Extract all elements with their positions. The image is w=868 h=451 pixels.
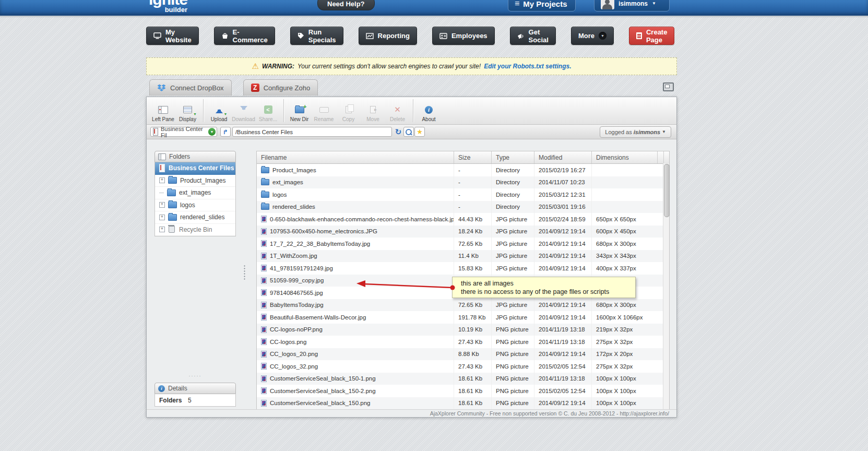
nav-more[interactable]: More ▼ [571, 27, 614, 45]
table-row[interactable]: BabyItemsToday.jpg 72.65 Kb JPG picture … [257, 299, 669, 312]
configure-zoho-tab[interactable]: Z Configure Zoho [243, 79, 318, 96]
nav-reporting[interactable]: Reporting [359, 27, 417, 45]
scrollbar-thumb[interactable] [664, 164, 670, 217]
table-row[interactable]: ext_images - Directory 2014/11/07 10:23 [257, 176, 669, 189]
table-row[interactable]: CustomerServiceSeal_black_150-2.png 18.6… [257, 385, 669, 397]
tree-item-recycle-bin[interactable]: + Recycle Bin [155, 224, 235, 236]
table-row[interactable]: CustomerServiceSeal_black_150-1.png 18.6… [257, 373, 669, 385]
file-type: JPG picture [492, 299, 534, 312]
folder-icon [168, 201, 177, 208]
vertical-scrollbar[interactable] [663, 163, 669, 409]
copy-button[interactable]: Copy [336, 97, 361, 124]
workspace-selector[interactable]: Business Center Fil ▼ [150, 127, 217, 137]
table-row[interactable]: CC_logos_32.png 27.43 Kb PNG picture 201… [257, 360, 669, 373]
folder-icon [261, 204, 269, 210]
file-size: 18.61 Kb [454, 385, 492, 397]
expand-icon[interactable]: + [159, 215, 165, 220]
file-toolbar: Left Pane ▼ Display ▼ Upload Download < … [147, 97, 676, 125]
main-nav: My Website E-Commerce Run Specials Repor… [146, 27, 677, 45]
table-row[interactable]: 0-650-blackhawk-enhanced-commando-recon-… [257, 213, 669, 225]
file-type: PNG picture [492, 324, 534, 336]
display-button[interactable]: ▼ Display [175, 97, 200, 124]
robots-settings-link[interactable]: Edit your Robots.txt settings. [484, 63, 571, 70]
table-row[interactable]: rendered_slides - Directory 2015/03/01 1… [257, 201, 669, 213]
tree-item-ext-images[interactable]: ext_images [155, 187, 235, 199]
table-row[interactable]: Product_Images - Directory 2015/02/19 16… [257, 164, 669, 176]
refresh-icon[interactable]: ↻ [393, 127, 403, 137]
tree-item-product-images[interactable]: + Product_Images [155, 175, 235, 187]
file-name: 0-650-blackhawk-enhanced-commando-recon-… [270, 216, 454, 222]
path-input[interactable] [232, 127, 392, 137]
sidebar-splitter[interactable] [244, 265, 245, 280]
table-row[interactable]: CustomerServiceSeal_black_150.png 18.61 … [257, 397, 669, 410]
column-modified[interactable]: Modified [534, 151, 592, 163]
annotation-tooltip: this are all images there is no access t… [452, 277, 636, 298]
left-pane-button[interactable]: Left Pane [151, 97, 175, 124]
tree-item-rendered-slides[interactable]: + rendered_slides [155, 211, 235, 224]
table-row[interactable]: Beautiful-Basement-Walls-Decor.jpg 191.7… [257, 311, 669, 324]
chevron-down-icon: ▼ [208, 128, 216, 136]
file-type: JPG picture [492, 311, 534, 324]
logged-as-button[interactable]: Logged as isimmons ▼ [600, 126, 671, 138]
create-page-label: Create Page [646, 28, 667, 44]
file-name: 41_9781591791249.jpg [270, 265, 333, 271]
tree-item-logos[interactable]: + logos [155, 199, 235, 212]
parent-dir-button[interactable]: ↱ [220, 127, 231, 137]
delete-button[interactable]: ✕ Delete [385, 97, 410, 124]
details-panel: i Details Folders 5 [154, 383, 236, 407]
file-size: 11.4 Kb [454, 250, 492, 263]
expand-icon[interactable]: + [159, 177, 165, 183]
column-dimensions[interactable]: Dimensions [592, 151, 658, 163]
fullscreen-icon[interactable] [663, 82, 674, 91]
table-row[interactable]: logos - Directory 2015/03/12 12:31 [257, 188, 669, 201]
folders-title: Folders [169, 153, 190, 160]
table-row[interactable]: CC-logos.png 27.43 Kb PNG picture 2014/1… [257, 336, 669, 348]
panel-icon [158, 153, 166, 160]
about-button[interactable]: i About [417, 97, 441, 124]
bookmark-star-icon[interactable]: ★ [414, 127, 425, 137]
expand-icon[interactable]: + [159, 202, 165, 208]
file-name: CustomerServiceSeal_black_150-1.png [270, 375, 376, 382]
workspace-selected-label: Business Center Fil [161, 126, 208, 138]
download-icon [240, 105, 247, 114]
table-row[interactable]: 1T_WithZoom.jpg 11.4 Kb JPG picture 2014… [257, 250, 669, 263]
folders-panel-header[interactable]: Folders [154, 151, 236, 162]
file-modified: 2014/09/12 19:14 [534, 250, 592, 263]
file-name: CustomerServiceSeal_black_150.png [270, 400, 370, 406]
search-icon[interactable] [403, 127, 414, 137]
details-panel-header[interactable]: i Details [154, 383, 236, 394]
column-filename[interactable]: Filename [257, 151, 454, 163]
connect-dropbox-tab[interactable]: Connect DropBox [149, 79, 232, 96]
share-button[interactable]: < Share... [256, 97, 280, 124]
table-row[interactable]: 107953-600x450-home_electronics.JPG 18.2… [257, 225, 669, 238]
nav-my-website[interactable]: My Website [146, 27, 199, 45]
table-row[interactable]: 17_7_22_22_38_BabyItemsToday.jpg 72.65 K… [257, 238, 669, 250]
nav-employees[interactable]: Employees [432, 27, 495, 45]
nav-get-social[interactable]: Get Social [510, 27, 556, 45]
create-page-button[interactable]: Create Page [629, 27, 674, 45]
table-row[interactable]: 41_9781591791249.jpg 15.83 Kb JPG pictur… [257, 262, 669, 275]
file-dimensions: 100px X 100px [592, 397, 664, 410]
image-file-icon [261, 400, 267, 407]
table-row[interactable]: CC_logos_20.png 8.88 Kb PNG picture 2014… [257, 348, 669, 361]
tree-item-business-center-files[interactable]: Business Center Files [155, 162, 235, 175]
nav-run-specials[interactable]: Run Specials [290, 27, 343, 45]
left-pane-icon [158, 106, 168, 114]
table-row[interactable]: CC-logos-noPP.png 10.19 Kb PNG picture 2… [257, 324, 669, 336]
file-size: 44.43 Kb [454, 213, 492, 225]
monitor-icon [153, 32, 161, 39]
image-file-icon [261, 314, 267, 321]
rename-button[interactable]: Rename [312, 97, 336, 124]
panel-resize-handle[interactable]: ····· [154, 373, 236, 378]
file-dimensions: 100px X 100px [592, 385, 664, 397]
new-dir-button[interactable]: + New Dir [287, 97, 312, 124]
nav-e-commerce[interactable]: E-Commerce [214, 27, 275, 45]
file-size: 27.43 Kb [454, 360, 492, 373]
expand-icon[interactable]: + [159, 227, 165, 232]
column-type[interactable]: Type [492, 151, 534, 163]
upload-button[interactable]: ▼ Upload [207, 97, 231, 124]
download-button[interactable]: Download [231, 97, 256, 124]
move-button[interactable]: Move [361, 97, 385, 124]
file-modified: 2015/02/05 12:54 [534, 360, 592, 373]
column-size[interactable]: Size [454, 151, 492, 163]
